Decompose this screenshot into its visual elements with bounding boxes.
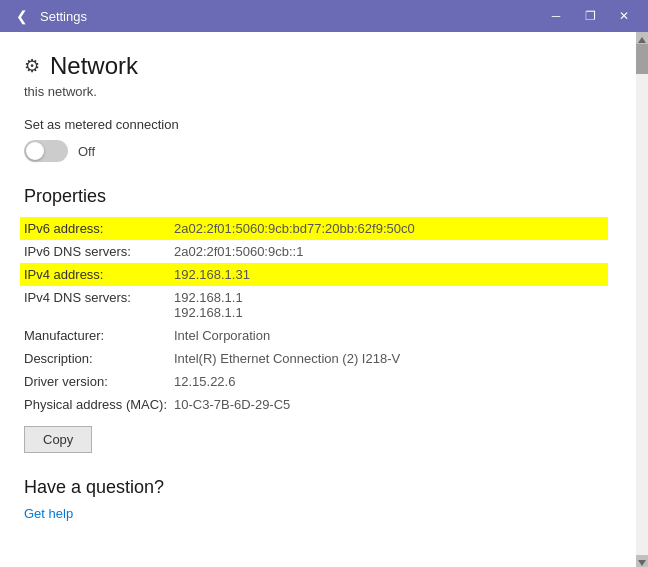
prop-value-ipv4-address: 192.168.1.31 (174, 267, 250, 282)
page-subtitle: this network. (24, 84, 612, 99)
page-title: Network (50, 52, 138, 80)
prop-value-ipv6-dns: 2a02:2f01:5060:9cb::1 (174, 244, 303, 259)
toggle-knob (26, 142, 44, 160)
prop-row-mac-address: Physical address (MAC): 10-C3-7B-6D-29-C… (24, 393, 612, 416)
close-button[interactable]: ✕ (608, 2, 640, 30)
prop-value-description: Intel(R) Ethernet Connection (2) I218-V (174, 351, 400, 366)
scrollbar-thumb[interactable] (636, 44, 648, 74)
prop-row-description: Description: Intel(R) Ethernet Connectio… (24, 347, 612, 370)
metered-toggle-row: Off (24, 140, 612, 162)
prop-label-mac-address: Physical address (MAC): (24, 397, 174, 412)
prop-label-ipv4-address: IPv4 address: (24, 267, 174, 282)
prop-row-ipv6-dns: IPv6 DNS servers: 2a02:2f01:5060:9cb::1 (24, 240, 612, 263)
title-bar: ❮ Settings ─ ❐ ✕ (0, 0, 648, 32)
scrollbar-down-arrow[interactable] (636, 555, 648, 567)
prop-value-manufacturer: Intel Corporation (174, 328, 270, 343)
minimize-button[interactable]: ─ (540, 2, 572, 30)
window-controls: ─ ❐ ✕ (540, 2, 640, 30)
page-header: ⚙ Network (24, 52, 612, 80)
prop-label-description: Description: (24, 351, 174, 366)
prop-label-ipv6-dns: IPv6 DNS servers: (24, 244, 174, 259)
scrollbar[interactable] (636, 32, 648, 567)
restore-icon: ❐ (585, 9, 596, 23)
prop-label-manufacturer: Manufacturer: (24, 328, 174, 343)
prop-row-manufacturer: Manufacturer: Intel Corporation (24, 324, 612, 347)
title-bar-title: Settings (40, 9, 540, 24)
prop-value-ipv4-dns-1: 192.168.1.1 (174, 290, 243, 305)
main-content: ⚙ Network this network. Set as metered c… (0, 32, 636, 567)
back-button[interactable]: ❮ (8, 2, 36, 30)
question-section: Have a question? Get help (24, 477, 612, 522)
restore-button[interactable]: ❐ (574, 2, 606, 30)
copy-button[interactable]: Copy (24, 426, 92, 453)
gear-icon: ⚙ (24, 55, 40, 77)
metered-label: Set as metered connection (24, 117, 612, 132)
prop-row-ipv4-dns: IPv4 DNS servers: 192.168.1.1 192.168.1.… (24, 286, 612, 324)
prop-label-driver-version: Driver version: (24, 374, 174, 389)
scrollbar-up-arrow[interactable] (636, 32, 648, 44)
prop-value-mac-address: 10-C3-7B-6D-29-C5 (174, 397, 290, 412)
prop-value-ipv4-dns-2: 192.168.1.1 (174, 305, 243, 320)
prop-row-ipv6-address: IPv6 address: 2a02:2f01:5060:9cb:bd77:20… (20, 217, 608, 240)
get-help-link[interactable]: Get help (24, 506, 73, 521)
svg-marker-0 (638, 37, 646, 43)
question-title: Have a question? (24, 477, 612, 498)
properties-section-title: Properties (24, 186, 612, 207)
back-icon: ❮ (16, 8, 28, 24)
prop-row-ipv4-address: IPv4 address: 192.168.1.31 (20, 263, 608, 286)
prop-value-driver-version: 12.15.22.6 (174, 374, 235, 389)
minimize-icon: ─ (552, 9, 561, 23)
svg-marker-1 (638, 560, 646, 566)
prop-value-ipv4-dns: 192.168.1.1 192.168.1.1 (174, 290, 243, 320)
prop-value-ipv6-address: 2a02:2f01:5060:9cb:bd77:20bb:62f9:50c0 (174, 221, 415, 236)
metered-toggle[interactable] (24, 140, 68, 162)
close-icon: ✕ (619, 9, 629, 23)
prop-row-driver-version: Driver version: 12.15.22.6 (24, 370, 612, 393)
prop-label-ipv4-dns: IPv4 DNS servers: (24, 290, 174, 305)
prop-label-ipv6-address: IPv6 address: (24, 221, 174, 236)
toggle-state-label: Off (78, 144, 95, 159)
